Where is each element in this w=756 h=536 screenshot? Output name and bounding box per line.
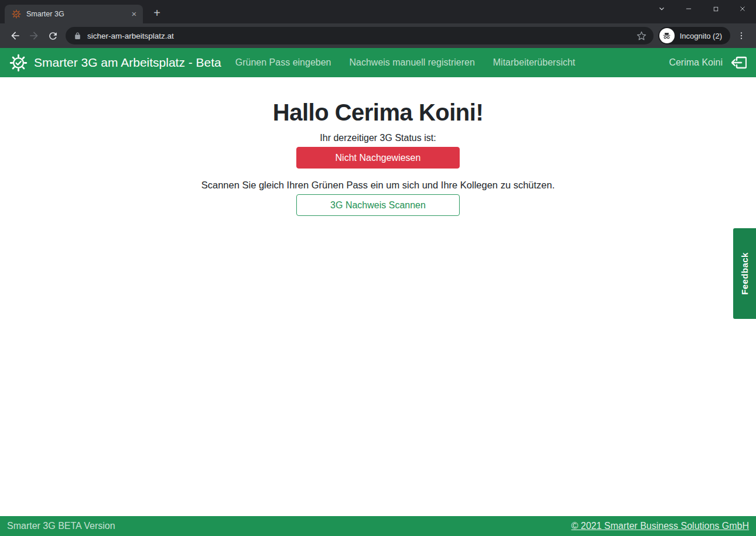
footer-copyright-link[interactable]: © 2021 Smarter Business Solutions GmbH <box>572 521 749 531</box>
footer-version-text: Smarter 3G BETA Version <box>7 521 115 531</box>
user-name: Cerima Koini <box>669 57 723 68</box>
tab-search-chevron-icon[interactable] <box>648 0 675 18</box>
browser-window: Smarter 3G × + <box>0 0 756 536</box>
incognito-icon <box>659 28 675 43</box>
virus-gear-icon <box>9 54 28 72</box>
status-badge-button[interactable]: Nicht Nachgewiesen <box>296 147 460 169</box>
close-tab-icon[interactable]: × <box>129 9 139 19</box>
incognito-badge[interactable]: Incognito (2) <box>658 27 730 44</box>
maximize-button[interactable] <box>702 0 729 18</box>
back-button[interactable] <box>6 26 25 45</box>
feedback-tab[interactable]: Feedback <box>733 228 756 319</box>
address-bar[interactable]: sicher-am-arbeitsplatz.at <box>66 27 654 44</box>
scan-3g-button[interactable]: 3G Nachweis Scannen <box>296 194 460 216</box>
scan-hint-text: Scannen Sie gleich Ihren Grünen Pass ein… <box>0 180 756 191</box>
lock-icon[interactable] <box>74 32 81 40</box>
browser-toolbar: sicher-am-arbeitsplatz.at Incognito (2) <box>0 23 756 48</box>
nav-item-nachweis-manuell-registrieren[interactable]: Nachweis manuell registrieren <box>349 57 474 68</box>
page-title: Hallo Cerima Koini! <box>0 77 756 125</box>
logout-button[interactable] <box>731 55 747 70</box>
favicon-gear-icon <box>12 9 21 19</box>
nav-links: Grünen Pass eingeben Nachweis manuell re… <box>235 57 575 68</box>
browser-menu-icon[interactable] <box>733 27 750 44</box>
incognito-label: Incognito (2) <box>680 32 722 40</box>
tab-strip: Smarter 3G × + <box>0 0 756 23</box>
close-window-button[interactable] <box>729 0 756 18</box>
new-tab-button[interactable]: + <box>149 5 165 21</box>
site-navbar: Smarter 3G am Arbeitsplatz - Beta Grünen… <box>0 48 756 77</box>
feedback-tab-label: Feedback <box>740 252 750 294</box>
main-content: Hallo Cerima Koini! Ihr derzeitiger 3G S… <box>0 77 756 516</box>
window-controls <box>648 0 756 18</box>
minimize-button[interactable] <box>675 0 702 18</box>
footer: Smarter 3G BETA Version © 2021 Smarter B… <box>0 516 756 536</box>
nav-item-mitarbeiteruebersicht[interactable]: Mitarbeiterübersicht <box>493 57 576 68</box>
forward-button[interactable] <box>25 26 43 45</box>
brand-link[interactable]: Smarter 3G am Arbeitsplatz - Beta <box>9 54 221 72</box>
status-label: Ihr derzeitiger 3G Status ist: <box>0 133 756 143</box>
reload-button[interactable] <box>43 26 62 45</box>
url-text: sicher-am-arbeitsplatz.at <box>87 32 637 40</box>
bookmark-star-icon[interactable] <box>637 31 646 41</box>
browser-tab[interactable]: Smarter 3G × <box>5 5 143 23</box>
tab-title: Smarter 3G <box>26 10 124 18</box>
nav-item-gruenen-pass-eingeben[interactable]: Grünen Pass eingeben <box>235 57 331 68</box>
brand-title: Smarter 3G am Arbeitsplatz - Beta <box>34 56 221 70</box>
